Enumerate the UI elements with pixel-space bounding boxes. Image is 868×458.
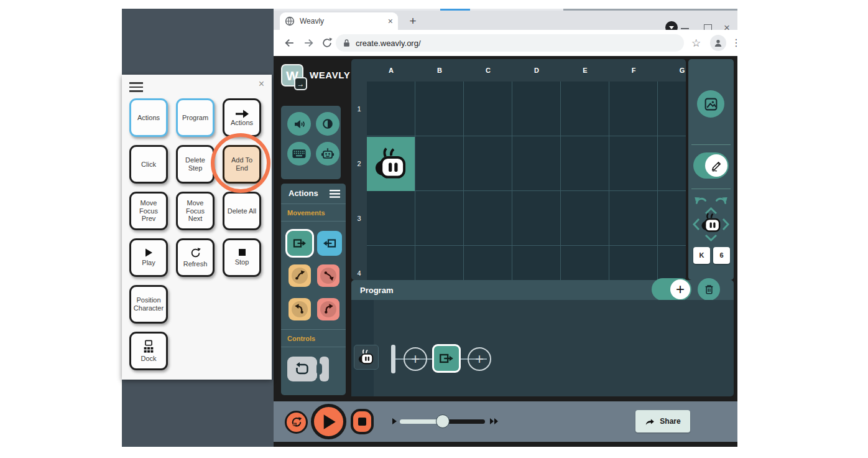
forward-icon[interactable]: [302, 37, 315, 49]
panel-program-button[interactable]: Program: [176, 98, 215, 137]
undo-icon[interactable]: [694, 195, 708, 205]
stop-icon: [239, 249, 246, 256]
panel-actions-arrow-button[interactable]: Actions: [223, 98, 261, 137]
address-bar[interactable]: create.weavly.org/: [336, 34, 684, 52]
loop-icon: [294, 362, 310, 376]
background-image-button[interactable]: [697, 90, 724, 118]
forward-block[interactable]: [287, 231, 312, 256]
button-label: Stop: [235, 258, 249, 266]
browser-menu-kebab-icon[interactable]: ⋮: [731, 37, 741, 49]
panel-move-focus-next-button[interactable]: Move Focus Next: [176, 192, 215, 230]
panel-delete-step-button[interactable]: Delete Step: [176, 145, 215, 184]
col-label: A: [367, 59, 415, 82]
backward-block[interactable]: [317, 231, 342, 256]
program-step-forward-block[interactable]: [432, 344, 461, 373]
panel-move-focus-prev-button[interactable]: Move Focus Prev: [129, 192, 168, 230]
turn-right-90-icon: [321, 302, 335, 316]
scene-tools-sidebar: K 6: [688, 59, 734, 280]
person-icon: [713, 38, 723, 48]
row-label: 1: [351, 82, 367, 136]
button-label: Position Character: [132, 296, 165, 312]
character-cell-a2[interactable]: [367, 137, 415, 191]
share-button[interactable]: Share: [635, 410, 690, 432]
fast-speed-icon: [489, 418, 499, 425]
panel-dock-button[interactable]: Dock: [129, 332, 168, 370]
redo-icon[interactable]: [714, 195, 728, 205]
tab-close-icon[interactable]: ×: [388, 17, 393, 26]
col-label: E: [561, 59, 609, 82]
program-character-tile[interactable]: [354, 345, 379, 370]
window-minimize-button[interactable]: [681, 28, 689, 29]
button-label: Delete Step: [179, 156, 211, 172]
grid-row-headers: 1 2 3 4: [351, 82, 367, 280]
position-row-input[interactable]: 6: [713, 247, 730, 264]
turn-left-45-icon: [293, 269, 307, 283]
move-right-chevron-icon[interactable]: [722, 218, 729, 231]
weavly-logo-arrow-icon: →: [294, 77, 307, 90]
speed-track-right[interactable]: [443, 419, 485, 424]
add-step-after-button[interactable]: +: [468, 347, 491, 371]
play-button[interactable]: [311, 404, 346, 439]
contrast-icon: [321, 118, 334, 130]
accessibility-panel: [281, 106, 341, 179]
loop-end-notch: [316, 363, 322, 375]
panel-menu-icon[interactable]: [129, 82, 143, 92]
window-top-edge: [274, 9, 737, 11]
panel-refresh-button[interactable]: Refresh: [176, 238, 215, 277]
slow-speed-icon: [392, 418, 397, 425]
program-robot-icon: [358, 349, 375, 365]
stop-button[interactable]: [351, 409, 374, 434]
add-step-before-button[interactable]: +: [404, 347, 427, 371]
position-column-input[interactable]: K: [693, 247, 710, 264]
keyboard-shortcuts-button[interactable]: [287, 142, 311, 166]
add-node-toggle[interactable]: +: [652, 278, 691, 301]
speaker-icon: [293, 118, 306, 131]
actions-menu-icon[interactable]: [330, 190, 340, 198]
movements-section-label: Movements: [287, 209, 325, 217]
audio-feedback-button[interactable]: [287, 112, 311, 136]
reload-icon[interactable]: [321, 37, 333, 49]
move-down-chevron-icon[interactable]: [704, 234, 718, 241]
draw-mode-toggle[interactable]: [693, 152, 729, 179]
col-label: F: [609, 59, 658, 82]
weavly-wordmark: WEAVLY: [310, 70, 350, 80]
panel-play-button[interactable]: Play: [129, 238, 168, 277]
add-node-knob: +: [670, 279, 690, 299]
loop-end-block[interactable]: [320, 357, 329, 381]
switch-control-panel: × Actions Program Actions Click Delete S…: [122, 75, 272, 380]
play-icon: [321, 414, 336, 430]
panel-stop-button[interactable]: Stop: [223, 238, 261, 277]
back-icon[interactable]: [284, 37, 296, 49]
panel-delete-all-button[interactable]: Delete All: [223, 192, 261, 230]
new-tab-button[interactable]: +: [407, 15, 419, 27]
turn-right-45-block[interactable]: [317, 264, 339, 287]
turn-left-45-block[interactable]: [289, 264, 311, 287]
loop-block[interactable]: [287, 357, 317, 381]
panel-click-button[interactable]: Click: [129, 145, 168, 184]
scene-panel: A B C D E F G 1 2 3 4: [351, 59, 686, 280]
speed-slider-thumb[interactable]: [436, 414, 450, 428]
delete-all-button[interactable]: [698, 278, 720, 301]
program-sequence-area: + +: [351, 300, 734, 396]
bookmark-star-icon[interactable]: ☆: [691, 37, 701, 50]
panel-position-character-button[interactable]: Position Character: [129, 285, 168, 324]
controls-section-label: Controls: [287, 335, 315, 342]
tab-favicon-globe-icon: [285, 16, 295, 26]
window-top-edge-accent: [440, 9, 470, 11]
panel-close-icon[interactable]: ×: [259, 78, 264, 90]
turn-left-90-block[interactable]: [289, 298, 311, 320]
turn-right-90-block[interactable]: [317, 298, 339, 320]
row-label: 3: [351, 191, 367, 246]
button-label: Move Focus Prev: [132, 199, 165, 223]
move-left-chevron-icon[interactable]: [693, 218, 700, 231]
theme-contrast-button[interactable]: [316, 112, 339, 136]
character-select-button[interactable]: [316, 142, 339, 166]
browser-profile-avatar[interactable]: [710, 35, 726, 51]
col-label: B: [415, 59, 464, 82]
refresh-scene-button[interactable]: [285, 411, 308, 434]
col-label: D: [512, 59, 561, 82]
share-label: Share: [660, 417, 680, 426]
browser-tab[interactable]: Weavly ×: [280, 12, 398, 30]
panel-actions-button[interactable]: Actions: [129, 98, 168, 137]
turn-left-90-icon: [293, 302, 307, 316]
